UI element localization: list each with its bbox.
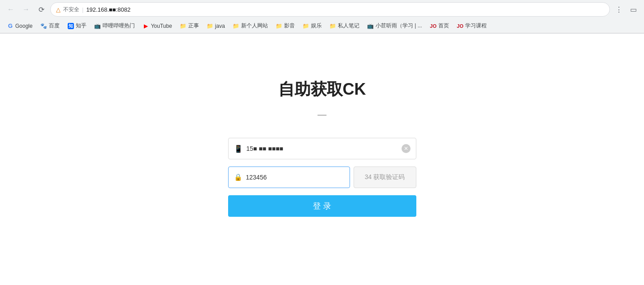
bookmarks-bar: G Google 🐾 百度 知 知乎 📺 哔哩哔哩热门 ▶ YouTube 📁 … — [0, 19, 644, 33]
url-text: 192.168.■■:8082 — [86, 6, 130, 13]
phone-input-row[interactable]: 📱 15■ ■■ ■■■■ ✕ — [228, 138, 416, 159]
lock-icon: 🔒 — [234, 173, 242, 181]
youtube-icon: ▶ — [143, 23, 149, 29]
folder-icon: 📁 — [330, 23, 336, 29]
get-code-button[interactable]: 34 获取验证码 — [354, 167, 416, 188]
bilibili-icon: 📺 — [367, 23, 374, 29]
password-input-wrap[interactable]: 🔒 123456 — [228, 167, 350, 188]
folder-icon: 📁 — [276, 23, 282, 29]
address-bar[interactable]: △ 不安全 | 192.168.■■:8082 — [50, 2, 610, 17]
bookmark-label: java — [215, 23, 225, 29]
bookmark-label: 首页 — [438, 22, 449, 30]
folder-icon: 📁 — [180, 23, 186, 29]
bookmark-bilibili[interactable]: 📺 哔哩哔哩热门 — [91, 20, 138, 32]
refresh-button[interactable]: ⟳ — [35, 3, 48, 16]
bookmark-zhengshi[interactable]: 📁 正事 — [177, 20, 203, 32]
zhihu-icon: 知 — [68, 23, 74, 29]
folder-icon: 📁 — [233, 23, 239, 29]
bookmark-yule[interactable]: 📁 娱乐 — [299, 20, 325, 32]
bookmark-baidu[interactable]: 🐾 百度 — [37, 20, 63, 32]
phone-icon: 📱 — [234, 145, 243, 153]
bookmark-youtube[interactable]: ▶ YouTube — [139, 20, 176, 32]
bilibili-icon: 📺 — [95, 23, 101, 29]
security-warning-icon: △ — [56, 6, 61, 13]
page-title: 自助获取CK — [278, 79, 366, 101]
security-label: 不安全 — [63, 6, 79, 13]
bookmark-label: YouTube — [151, 23, 172, 29]
bookmark-zhihu[interactable]: 知 知乎 — [64, 20, 90, 32]
browser-menu-button[interactable]: ⋮ — [613, 3, 625, 16]
bookmark-label: Google — [15, 23, 33, 29]
login-button[interactable]: 登 录 — [228, 195, 416, 217]
browser-chrome: ← → ⟳ △ 不安全 | 192.168.■■:8082 ⋮ ▭ G Goog… — [0, 0, 644, 34]
nav-right: ⋮ ▭ — [613, 3, 640, 16]
bookmark-label: 小苣听雨（学习 | ... — [376, 22, 422, 30]
jd-icon: JO — [430, 23, 437, 29]
bookmark-label: 知乎 — [76, 22, 86, 30]
password-value: 123456 — [246, 174, 267, 181]
phone-value: 15■ ■■ ■■■■ — [246, 145, 402, 152]
address-separator: | — [82, 6, 83, 13]
bookmark-private-notes[interactable]: 📁 私人笔记 — [326, 20, 363, 32]
bookmark-label: 哔哩哔哩热门 — [103, 22, 135, 30]
bookmark-label: 娱乐 — [311, 22, 322, 30]
bookmark-jd-home[interactable]: JO 首页 — [427, 20, 453, 32]
folder-icon: 📁 — [303, 23, 309, 29]
bookmark-java[interactable]: 📁 java — [203, 20, 229, 32]
bookmark-yingyin[interactable]: 📁 影音 — [272, 20, 298, 32]
nav-bar: ← → ⟳ △ 不安全 | 192.168.■■:8082 ⋮ ▭ — [0, 0, 644, 19]
forward-button[interactable]: → — [20, 3, 32, 16]
bookmark-label: 私人笔记 — [338, 22, 359, 30]
bookmark-google[interactable]: G Google — [4, 20, 36, 32]
bookmark-label: 百度 — [49, 22, 60, 30]
jd-icon: JO — [457, 23, 463, 29]
page-subtitle: — — [318, 110, 327, 120]
google-icon: G — [7, 23, 13, 29]
cast-button[interactable]: ▭ — [627, 3, 640, 16]
page-content: 自助获取CK — 📱 15■ ■■ ■■■■ ✕ 🔒 123456 34 获取验… — [0, 34, 644, 285]
bookmark-xiaoju[interactable]: 📺 小苣听雨（学习 | ... — [364, 20, 426, 32]
bookmark-jd-course[interactable]: JO 学习课程 — [454, 20, 490, 32]
bookmark-label: 正事 — [188, 22, 199, 30]
pass-code-row: 🔒 123456 34 获取验证码 — [228, 167, 416, 188]
clear-icon[interactable]: ✕ — [402, 144, 411, 153]
form-container: 📱 15■ ■■ ■■■■ ✕ 🔒 123456 34 获取验证码 登 录 — [228, 138, 416, 217]
bookmark-label: 学习课程 — [465, 22, 487, 30]
bookmark-label: 新个人网站 — [241, 22, 268, 30]
bookmark-personal-site[interactable]: 📁 新个人网站 — [229, 20, 272, 32]
back-button[interactable]: ← — [4, 3, 17, 16]
folder-icon: 📁 — [207, 23, 213, 29]
bookmark-label: 影音 — [284, 22, 295, 30]
baidu-icon: 🐾 — [41, 23, 47, 29]
